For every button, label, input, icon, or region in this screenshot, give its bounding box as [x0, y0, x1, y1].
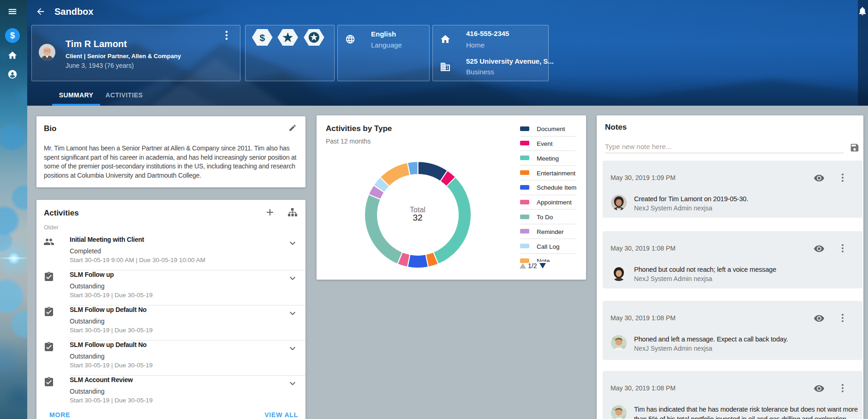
svg-text:$: $: [259, 32, 265, 43]
